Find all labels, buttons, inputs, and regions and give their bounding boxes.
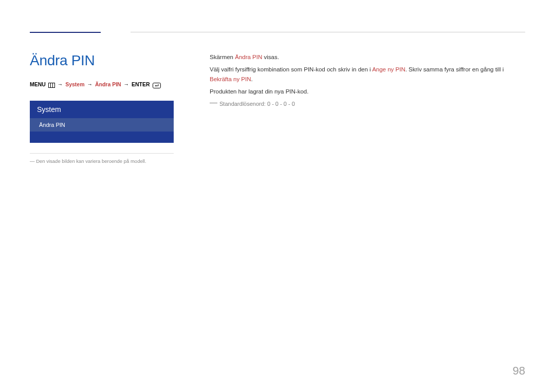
page: Ändra PIN MENU → System → Ändra PIN → EN… (0, 0, 555, 164)
text-fragment: Skärmen (210, 54, 235, 60)
body-line-3: Produkten har lagrat din nya PIN-kod. (210, 87, 525, 96)
body-line-2: Välj valfri fyrsiffrig kombination som P… (210, 65, 525, 84)
text-fragment: . (251, 76, 253, 82)
content-row: Ändra PIN MENU → System → Ändra PIN → EN… (30, 52, 525, 164)
highlight-bekrafta-ny-pin: Bekräfta ny PIN (210, 76, 251, 82)
left-column: Ändra PIN MENU → System → Ändra PIN → EN… (30, 52, 179, 164)
text-fragment: visas. (262, 54, 279, 60)
breadcrumb-andra-pin: Ändra PIN (95, 81, 121, 87)
text-fragment: . Skriv samma fyra siffror en gång till … (405, 66, 504, 72)
body-line-1: Skärmen Ändra PIN visas. (210, 52, 525, 62)
page-title: Ändra PIN (30, 52, 179, 69)
breadcrumb: MENU → System → Ändra PIN → ENTER (30, 81, 179, 88)
breadcrumb-arrow: → (58, 81, 63, 87)
note-dash-icon (210, 103, 217, 103)
note-text: Standardlösenord: 0 - 0 - 0 - 0 (219, 101, 295, 107)
svg-rect-0 (48, 83, 54, 88)
default-password-note: Standardlösenord: 0 - 0 - 0 - 0 (210, 100, 525, 109)
footnote-divider (30, 153, 174, 154)
breadcrumb-enter-label: ENTER (132, 81, 150, 87)
menu-icon (48, 82, 55, 88)
enter-icon (153, 82, 161, 88)
header-divider (131, 32, 525, 32)
breadcrumb-arrow: → (124, 81, 130, 87)
breadcrumb-system: System (65, 81, 84, 87)
accent-rule (30, 32, 101, 33)
right-column: Skärmen Ändra PIN visas. Välj valfri fyr… (210, 52, 525, 164)
highlight-ange-ny-pin: Ange ny PIN (372, 66, 405, 72)
menu-panel-header: System (30, 101, 174, 118)
breadcrumb-menu-label: MENU (30, 81, 46, 87)
text-fragment: Välj valfri fyrsiffrig kombination som P… (210, 66, 372, 72)
highlight-andra-pin: Ändra PIN (235, 54, 262, 60)
page-number: 98 (513, 364, 525, 378)
footnote: ― Den visade bilden kan variera beroende… (30, 158, 179, 164)
menu-item-andra-pin[interactable]: Ändra PIN (30, 118, 174, 132)
breadcrumb-arrow: → (87, 81, 92, 87)
menu-panel-footer (30, 132, 174, 143)
menu-panel: System Ändra PIN (30, 101, 174, 143)
